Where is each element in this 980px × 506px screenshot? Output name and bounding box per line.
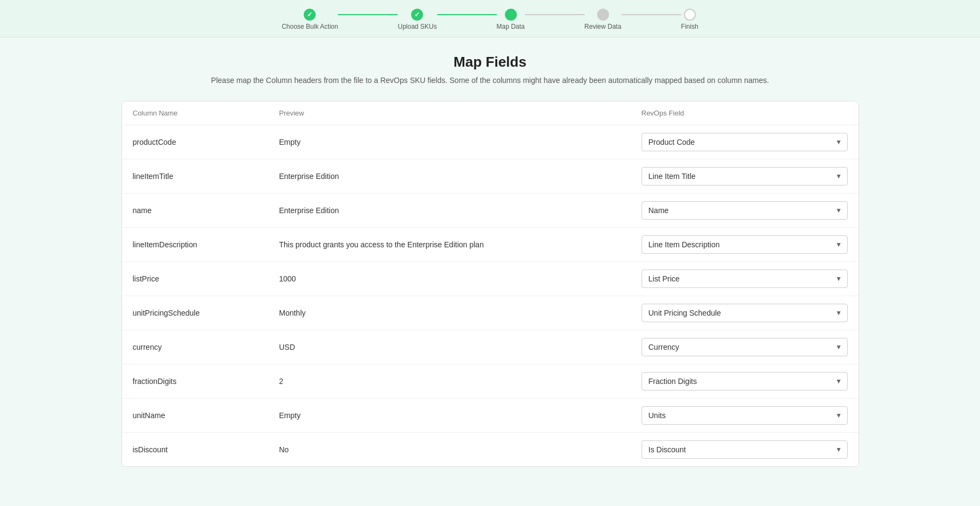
revops-field-select[interactable]: Product CodeLine Item TitleNameLine Item…: [642, 440, 848, 459]
col-preview: Enterprise Edition: [279, 206, 642, 215]
step-label-1: Choose Bulk Action: [281, 23, 338, 30]
table-row: lineItemDescriptionThis product grants y…: [122, 228, 859, 262]
connector-1-2: [338, 14, 398, 15]
revops-field-select[interactable]: Product CodeLine Item TitleNameLine Item…: [642, 372, 848, 390]
revops-field-select[interactable]: Product CodeLine Item TitleNameLine Item…: [642, 235, 848, 254]
col-revops-field: Product CodeLine Item TitleNameLine Item…: [642, 133, 848, 151]
step-label-5: Finish: [681, 23, 699, 30]
checkmark-icon-2: [414, 11, 420, 18]
table-row: currencyUSDProduct CodeLine Item TitleNa…: [122, 330, 859, 364]
select-wrapper: Product CodeLine Item TitleNameLine Item…: [642, 406, 848, 425]
header-preview: Preview: [279, 109, 642, 117]
col-preview: USD: [279, 343, 642, 351]
col-revops-field: Product CodeLine Item TitleNameLine Item…: [642, 440, 848, 459]
checkmark-icon-1: [307, 11, 312, 18]
step-circle-2: [411, 9, 423, 21]
col-column-name: unitName: [133, 411, 279, 420]
table-row: unitNameEmptyProduct CodeLine Item Title…: [122, 399, 859, 433]
stepper: Choose Bulk Action Upload SKUs Map Data …: [0, 9, 980, 30]
col-revops-field: Product CodeLine Item TitleNameLine Item…: [642, 270, 848, 288]
col-revops-field: Product CodeLine Item TitleNameLine Item…: [642, 167, 848, 185]
col-preview: Empty: [279, 138, 642, 146]
step-circle-3: [505, 9, 517, 21]
col-revops-field: Product CodeLine Item TitleNameLine Item…: [642, 201, 848, 220]
col-revops-field: Product CodeLine Item TitleNameLine Item…: [642, 338, 848, 356]
col-column-name: currency: [133, 343, 279, 351]
col-preview: This product grants you access to the En…: [279, 240, 642, 249]
select-wrapper: Product CodeLine Item TitleNameLine Item…: [642, 270, 848, 288]
col-preview: No: [279, 445, 642, 454]
step-map-data: Map Data: [497, 9, 525, 30]
col-column-name: lineItemDescription: [133, 240, 279, 249]
col-column-name: productCode: [133, 138, 279, 146]
step-finish: Finish: [681, 9, 699, 30]
col-column-name: lineItemTitle: [133, 172, 279, 181]
col-revops-field: Product CodeLine Item TitleNameLine Item…: [642, 304, 848, 322]
col-column-name: isDiscount: [133, 445, 279, 454]
table-rows-container: productCodeEmptyProduct CodeLine Item Ti…: [122, 125, 859, 466]
col-column-name: name: [133, 206, 279, 215]
revops-field-select[interactable]: Product CodeLine Item TitleNameLine Item…: [642, 167, 848, 185]
col-preview: 2: [279, 377, 642, 386]
step-circle-1: [304, 9, 316, 21]
select-wrapper: Product CodeLine Item TitleNameLine Item…: [642, 201, 848, 220]
step-label-4: Review Data: [585, 23, 622, 30]
revops-field-select[interactable]: Product CodeLine Item TitleNameLine Item…: [642, 338, 848, 356]
table-row: unitPricingScheduleMonthlyProduct CodeLi…: [122, 296, 859, 330]
connector-3-4: [525, 14, 585, 15]
page-subtitle: Please map the Column headers from the f…: [121, 76, 859, 85]
main-content: Map Fields Please map the Column headers…: [100, 37, 881, 483]
select-wrapper: Product CodeLine Item TitleNameLine Item…: [642, 372, 848, 390]
revops-field-select[interactable]: Product CodeLine Item TitleNameLine Item…: [642, 406, 848, 425]
revops-field-select[interactable]: Product CodeLine Item TitleNameLine Item…: [642, 201, 848, 220]
select-wrapper: Product CodeLine Item TitleNameLine Item…: [642, 304, 848, 322]
select-wrapper: Product CodeLine Item TitleNameLine Item…: [642, 133, 848, 151]
header-column-name: Column Name: [133, 109, 279, 117]
select-wrapper: Product CodeLine Item TitleNameLine Item…: [642, 338, 848, 356]
page-title: Map Fields: [121, 54, 859, 71]
connector-4-5: [622, 14, 681, 15]
col-revops-field: Product CodeLine Item TitleNameLine Item…: [642, 235, 848, 254]
connector-2-3: [437, 14, 497, 15]
step-review-data: Review Data: [585, 9, 622, 30]
table-header: Column Name Preview RevOps Field: [122, 101, 859, 125]
col-column-name: unitPricingSchedule: [133, 309, 279, 317]
revops-field-select[interactable]: Product CodeLine Item TitleNameLine Item…: [642, 270, 848, 288]
col-column-name: fractionDigits: [133, 377, 279, 386]
select-wrapper: Product CodeLine Item TitleNameLine Item…: [642, 235, 848, 254]
col-revops-field: Product CodeLine Item TitleNameLine Item…: [642, 406, 848, 425]
header-revops-field: RevOps Field: [642, 109, 848, 117]
table-row: nameEnterprise EditionProduct CodeLine I…: [122, 194, 859, 228]
col-preview: 1000: [279, 274, 642, 283]
revops-field-select[interactable]: Product CodeLine Item TitleNameLine Item…: [642, 133, 848, 151]
revops-field-select[interactable]: Product CodeLine Item TitleNameLine Item…: [642, 304, 848, 322]
mapping-table: Column Name Preview RevOps Field product…: [121, 101, 859, 467]
step-label-3: Map Data: [497, 23, 525, 30]
select-wrapper: Product CodeLine Item TitleNameLine Item…: [642, 167, 848, 185]
step-circle-5: [684, 9, 696, 21]
step-circle-4: [597, 9, 609, 21]
step-label-2: Upload SKUs: [398, 23, 437, 30]
table-row: isDiscountNoProduct CodeLine Item TitleN…: [122, 433, 859, 466]
table-row: lineItemTitleEnterprise EditionProduct C…: [122, 159, 859, 194]
stepper-bar: Choose Bulk Action Upload SKUs Map Data …: [0, 0, 980, 37]
col-revops-field: Product CodeLine Item TitleNameLine Item…: [642, 372, 848, 390]
col-preview: Empty: [279, 411, 642, 420]
col-column-name: listPrice: [133, 274, 279, 283]
table-row: fractionDigits2Product CodeLine Item Tit…: [122, 364, 859, 399]
select-wrapper: Product CodeLine Item TitleNameLine Item…: [642, 440, 848, 459]
col-preview: Enterprise Edition: [279, 172, 642, 181]
table-row: listPrice1000Product CodeLine Item Title…: [122, 262, 859, 296]
col-preview: Monthly: [279, 309, 642, 317]
table-row: productCodeEmptyProduct CodeLine Item Ti…: [122, 125, 859, 159]
step-upload-skus: Upload SKUs: [398, 9, 437, 30]
step-choose-bulk-action: Choose Bulk Action: [281, 9, 338, 30]
